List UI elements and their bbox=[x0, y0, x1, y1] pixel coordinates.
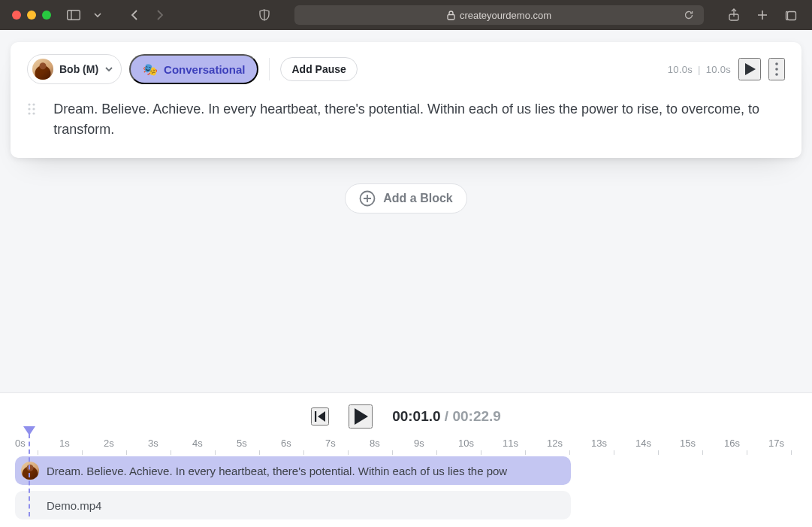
browser-titlebar: createyourdemo.com bbox=[0, 0, 812, 30]
ruler-tick: 13s bbox=[591, 441, 635, 452]
svg-point-5 bbox=[775, 62, 778, 65]
block-duration-current: 10.0s bbox=[668, 64, 693, 75]
tabs-overview-icon[interactable] bbox=[782, 6, 800, 24]
script-text-input[interactable]: Dream. Believe. Achieve. In every heartb… bbox=[53, 99, 785, 140]
timeline-skip-start-button[interactable] bbox=[311, 407, 329, 426]
play-icon bbox=[741, 61, 758, 77]
ruler-tick: 17s bbox=[768, 441, 812, 452]
toolbar-divider bbox=[269, 58, 270, 80]
ruler-tick: 8s bbox=[370, 441, 414, 452]
mask-icon: 🎭 bbox=[143, 62, 158, 77]
ruler-tick: 15s bbox=[680, 441, 724, 452]
ruler-tick: 4s bbox=[192, 441, 237, 452]
svg-point-9 bbox=[32, 103, 35, 105]
ruler-tick: 11s bbox=[503, 441, 547, 452]
add-block-button[interactable]: Add a Block bbox=[345, 183, 466, 214]
playhead-marker[interactable] bbox=[23, 426, 35, 435]
timeline-panel: 00:01.0 / 00:22.9 0s1s2s3s4s5s6s7s8s9s10… bbox=[0, 393, 812, 527]
drag-handle-icon[interactable] bbox=[27, 99, 38, 119]
ruler-tick: 1s bbox=[59, 441, 104, 452]
ruler-tick: 12s bbox=[547, 441, 591, 452]
svg-point-11 bbox=[32, 108, 35, 110]
sidebar-toggle-icon[interactable] bbox=[65, 6, 83, 24]
chevron-down-icon bbox=[104, 65, 113, 74]
timeline-time-display: 00:01.0 / 00:22.9 bbox=[392, 408, 501, 425]
ruler-tick: 14s bbox=[635, 441, 680, 452]
svg-rect-0 bbox=[68, 11, 80, 20]
svg-rect-2 bbox=[448, 14, 454, 20]
svg-rect-15 bbox=[315, 411, 316, 422]
lock-icon bbox=[447, 11, 455, 20]
url-text: createyourdemo.com bbox=[460, 10, 551, 21]
svg-point-6 bbox=[775, 68, 778, 71]
nav-forward-button[interactable] bbox=[150, 6, 168, 24]
dropdown-chevron-icon[interactable] bbox=[89, 6, 107, 24]
ruler-tick: 3s bbox=[148, 441, 192, 452]
nav-back-button[interactable] bbox=[126, 6, 144, 24]
ruler-tick: 5s bbox=[237, 441, 281, 452]
timeline-time-current: 00:01.0 bbox=[392, 408, 440, 424]
voice-avatar bbox=[21, 462, 39, 480]
playhead-line bbox=[29, 434, 30, 516]
ruler-tick: 0s bbox=[15, 441, 59, 452]
timeline-ruler[interactable]: 0s1s2s3s4s5s6s7s8s9s10s11s12s13s14s15s16… bbox=[0, 432, 812, 452]
svg-point-7 bbox=[775, 73, 778, 76]
more-vertical-icon bbox=[775, 62, 778, 76]
voice-style-chip[interactable]: 🎭 Conversational bbox=[129, 54, 258, 84]
window-controls bbox=[12, 11, 51, 20]
block-play-button[interactable] bbox=[738, 58, 761, 80]
svg-point-10 bbox=[28, 108, 30, 110]
plus-circle-icon bbox=[359, 190, 376, 207]
ruler-tick: 2s bbox=[104, 441, 148, 452]
block-toolbar: Bob (M) 🎭 Conversational Add Pause 10.0s… bbox=[27, 54, 785, 84]
svg-point-12 bbox=[28, 112, 30, 114]
add-pause-button[interactable]: Add Pause bbox=[280, 57, 357, 81]
timeline-time-total: 00:22.9 bbox=[452, 408, 500, 424]
block-more-menu[interactable] bbox=[768, 58, 785, 80]
voice-style-label: Conversational bbox=[164, 63, 245, 76]
ruler-tick: 9s bbox=[414, 441, 458, 452]
ruler-tick: 6s bbox=[281, 441, 325, 452]
timeline-play-button[interactable] bbox=[349, 404, 373, 429]
ruler-tick: 7s bbox=[325, 441, 370, 452]
ruler-tick: 10s bbox=[458, 441, 503, 452]
svg-rect-4 bbox=[788, 12, 796, 20]
share-icon[interactable] bbox=[725, 6, 743, 24]
media-clip-text: Demo.mp4 bbox=[47, 499, 101, 512]
new-tab-icon[interactable] bbox=[753, 6, 771, 24]
reload-icon[interactable] bbox=[680, 6, 698, 24]
voice-select[interactable]: Bob (M) bbox=[27, 54, 122, 84]
voice-clip-text: Dream. Believe. Achieve. In every heartb… bbox=[47, 465, 507, 477]
add-pause-label: Add Pause bbox=[291, 63, 346, 75]
app-page: Bob (M) 🎭 Conversational Add Pause 10.0s… bbox=[0, 30, 812, 527]
fullscreen-window-button[interactable] bbox=[42, 11, 51, 20]
shield-icon[interactable] bbox=[255, 6, 273, 24]
media-clip[interactable]: Demo.mp4 bbox=[15, 491, 571, 519]
ruler-tick: 16s bbox=[724, 441, 768, 452]
timeline-controls: 00:01.0 / 00:22.9 bbox=[0, 401, 812, 432]
voice-track: Dream. Believe. Achieve. In every heartb… bbox=[15, 456, 797, 485]
svg-point-8 bbox=[28, 103, 30, 105]
svg-point-13 bbox=[32, 112, 35, 114]
play-icon bbox=[350, 406, 371, 427]
voice-clip[interactable]: Dream. Believe. Achieve. In every heartb… bbox=[15, 456, 571, 485]
block-duration: 10.0s | 10.0s bbox=[668, 64, 731, 75]
voice-name: Bob (M) bbox=[59, 63, 98, 75]
add-block-label: Add a Block bbox=[383, 192, 452, 205]
url-bar[interactable]: createyourdemo.com bbox=[294, 5, 704, 25]
timeline-tracks: Dream. Believe. Achieve. In every heartb… bbox=[0, 452, 812, 527]
script-block-card: Bob (M) 🎭 Conversational Add Pause 10.0s… bbox=[11, 42, 801, 158]
media-track: Demo.mp4 bbox=[15, 491, 797, 519]
block-duration-total: 10.0s bbox=[706, 64, 731, 75]
close-window-button[interactable] bbox=[12, 11, 21, 20]
minimize-window-button[interactable] bbox=[27, 11, 36, 20]
skip-start-icon bbox=[312, 409, 328, 424]
voice-avatar bbox=[32, 59, 53, 80]
